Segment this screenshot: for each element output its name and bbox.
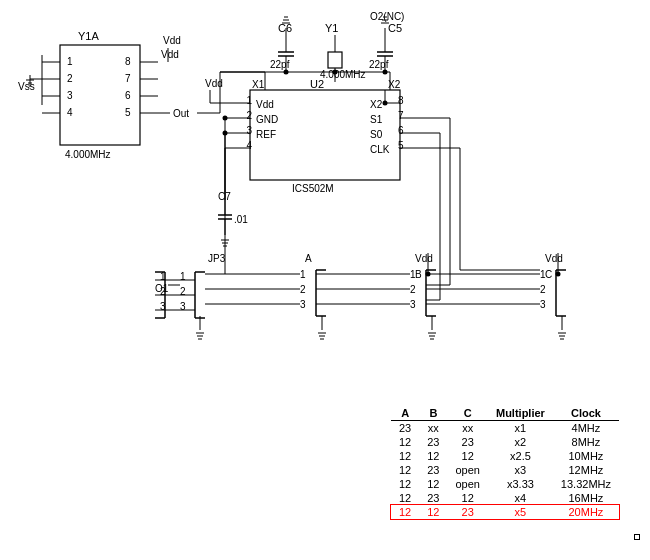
table-cell-b: 12: [419, 477, 447, 491]
table-cell-c: 12: [447, 449, 487, 463]
svg-text:2: 2: [67, 73, 73, 84]
svg-text:8: 8: [125, 56, 131, 67]
svg-text:Vss: Vss: [18, 81, 35, 92]
svg-text:5: 5: [125, 107, 131, 118]
svg-text:.01: .01: [234, 214, 248, 225]
table-cell-multiplier: x3: [488, 463, 553, 477]
table-cell-multiplier: x2.5: [488, 449, 553, 463]
col-header-multiplier: Multiplier: [488, 406, 553, 421]
table-cell-b: 23: [419, 491, 447, 505]
svg-text:8: 8: [398, 95, 404, 106]
table-cell-c: 23: [447, 505, 487, 519]
table-cell-c: open: [447, 477, 487, 491]
svg-text:2: 2: [300, 284, 306, 295]
svg-text:1: 1: [540, 269, 546, 280]
svg-text:4: 4: [246, 140, 252, 151]
table-cell-multiplier: x4: [488, 491, 553, 505]
truth-table-wrapper: A B C Multiplier Clock 23xxxxx14MHz12232…: [634, 534, 640, 540]
svg-text:Out: Out: [173, 108, 189, 119]
table-row: 1212openx3.3313.32MHz: [391, 477, 619, 491]
table-row: 23xxxxx14MHz: [391, 421, 619, 436]
table-cell-b: 12: [419, 505, 447, 519]
table-cell-multiplier: x2: [488, 435, 553, 449]
svg-text:Y1: Y1: [325, 22, 338, 34]
svg-text:Vdd: Vdd: [161, 49, 179, 60]
svg-text:6: 6: [125, 90, 131, 101]
table-cell-c: xx: [447, 421, 487, 436]
svg-text:ICS502M: ICS502M: [292, 183, 334, 194]
table-cell-b: 23: [419, 463, 447, 477]
table-cell-clock: 12MHz: [553, 463, 619, 477]
svg-text:3: 3: [300, 299, 306, 310]
table-cell-a: 12: [391, 491, 419, 505]
col-header-a: A: [391, 406, 419, 421]
svg-text:2: 2: [410, 284, 416, 295]
table-row: 121223x520MHz: [391, 505, 619, 519]
table-cell-a: 12: [391, 449, 419, 463]
table-body: 23xxxxx14MHz122323x28MHz121212x2.510MHz1…: [391, 421, 619, 520]
table-cell-a: 12: [391, 463, 419, 477]
table-row: 122323x28MHz: [391, 435, 619, 449]
svg-text:CLK: CLK: [370, 144, 390, 155]
table-cell-b: 12: [419, 449, 447, 463]
svg-text:GND: GND: [256, 114, 278, 125]
svg-text:C5: C5: [388, 22, 402, 34]
col-header-c: C: [447, 406, 487, 421]
svg-text:Vdd: Vdd: [415, 253, 433, 264]
svg-text:1: 1: [300, 269, 306, 280]
svg-text:REF: REF: [256, 129, 276, 140]
svg-text:3: 3: [246, 125, 252, 136]
svg-text:Vdd: Vdd: [256, 99, 274, 110]
table-cell-a: 12: [391, 477, 419, 491]
svg-point-188: [426, 272, 431, 277]
svg-text:U2: U2: [310, 78, 324, 90]
table-cell-a: 23: [391, 421, 419, 436]
table-cell-multiplier: x3.33: [488, 477, 553, 491]
table-cell-clock: 4MHz: [553, 421, 619, 436]
svg-text:4.000MHz: 4.000MHz: [320, 69, 366, 80]
table-cell-multiplier: x1: [488, 421, 553, 436]
svg-text:6: 6: [398, 125, 404, 136]
table-cell-clock: 10MHz: [553, 449, 619, 463]
svg-point-186: [383, 101, 388, 106]
svg-text:Vdd: Vdd: [163, 35, 181, 46]
col-header-clock: Clock: [553, 406, 619, 421]
table-cell-a: 12: [391, 435, 419, 449]
svg-text:Y1A: Y1A: [78, 30, 99, 42]
schematic-container: Y1A 1 2 3 4 8 Vdd Vdd 7 6 5 Out: [0, 0, 650, 560]
svg-text:2: 2: [540, 284, 546, 295]
svg-text:1: 1: [67, 56, 73, 67]
svg-text:3: 3: [67, 90, 73, 101]
table-cell-multiplier: x5: [488, 505, 553, 519]
table-cell-a: 12: [391, 505, 419, 519]
table-cell-c: 12: [447, 491, 487, 505]
table-cell-clock: 8MHz: [553, 435, 619, 449]
svg-text:S1: S1: [370, 114, 383, 125]
svg-text:X2: X2: [370, 99, 383, 110]
table-row: 121212x2.510MHz: [391, 449, 619, 463]
table-cell-c: open: [447, 463, 487, 477]
svg-text:1: 1: [410, 269, 416, 280]
table-cell-c: 23: [447, 435, 487, 449]
table-row: 1223openx312MHz: [391, 463, 619, 477]
svg-text:Vdd: Vdd: [545, 253, 563, 264]
svg-text:X1: X1: [252, 79, 265, 90]
svg-text:1: 1: [246, 95, 252, 106]
table-row: 122312x416MHz: [391, 491, 619, 505]
svg-text:Vdd: Vdd: [205, 78, 223, 89]
svg-text:7: 7: [398, 110, 404, 121]
svg-text:S0: S0: [370, 129, 383, 140]
col-header-b: B: [419, 406, 447, 421]
table-cell-clock: 20MHz: [553, 505, 619, 519]
svg-text:22pf: 22pf: [270, 59, 290, 70]
svg-text:C: C: [545, 269, 552, 280]
svg-text:3: 3: [410, 299, 416, 310]
svg-text:3: 3: [540, 299, 546, 310]
svg-text:5: 5: [398, 140, 404, 151]
svg-text:JP3: JP3: [208, 253, 226, 264]
svg-text:7: 7: [125, 73, 131, 84]
table-cell-clock: 13.32MHz: [553, 477, 619, 491]
svg-text:22pf: 22pf: [369, 59, 389, 70]
svg-point-190: [556, 272, 561, 277]
svg-text:4.000MHz: 4.000MHz: [65, 149, 111, 160]
